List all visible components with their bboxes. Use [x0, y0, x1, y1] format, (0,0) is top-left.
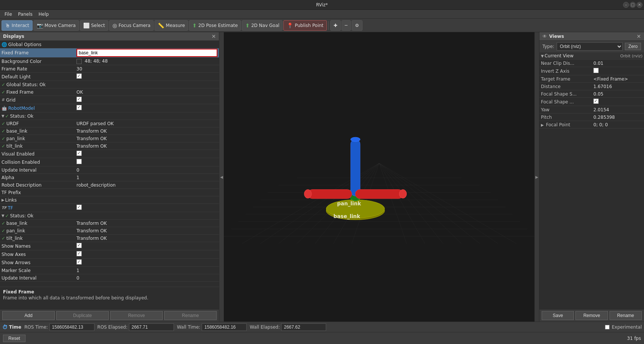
fixed-frame-value-cell[interactable] [75, 48, 219, 57]
show-axes-checkbox[interactable] [76, 251, 82, 256]
remove-view-button[interactable]: Remove [575, 311, 608, 320]
global-options-row[interactable]: 🌐 Global Options [0, 41, 219, 48]
alpha-row[interactable]: Alpha 1 [0, 174, 219, 181]
show-arrows-checkbox[interactable] [76, 259, 82, 265]
move-camera-icon: 📷 [37, 22, 43, 28]
focal-point-row[interactable]: ▶ Focal Point 0; 0; 0 [539, 121, 644, 129]
svg-point-26 [349, 188, 362, 201]
update-interval2-row[interactable]: Update Interval 0 [0, 274, 219, 282]
show-names-checkbox[interactable] [76, 243, 82, 248]
views-close-button[interactable]: ✕ [637, 34, 641, 39]
focal-shape-checkbox[interactable] [593, 99, 599, 104]
reset-button[interactable]: Reset [3, 335, 25, 342]
save-view-button[interactable]: Save [542, 311, 574, 320]
frame-rate-row[interactable]: Frame Rate 30 [0, 65, 219, 73]
robot-status-row[interactable]: ▼ ✓ Status: Ok [0, 112, 219, 120]
experimental-checkbox[interactable] [605, 325, 610, 329]
invert-z-row[interactable]: Invert Z Axis [539, 67, 644, 75]
fixed-frame-input[interactable] [76, 49, 217, 57]
tf-prefix-name: TF Prefix [0, 189, 75, 196]
default-light-checkbox[interactable] [76, 73, 82, 79]
tf-tilt-link-row[interactable]: ✓ tilt_link Transform OK [0, 235, 219, 242]
tf-status-row[interactable]: ▼ ✓ Status: Ok [0, 212, 219, 220]
menu-file[interactable]: File [1, 11, 15, 18]
distance-row[interactable]: Distance 1.67016 [539, 83, 644, 90]
tilt-link-name: ✓ tilt_link [0, 143, 75, 150]
focal-shape-size-row[interactable]: Focal Shape S... 0.05 [539, 90, 644, 98]
marker-scale-row[interactable]: Marker Scale 1 [0, 267, 219, 274]
nav-icon: ⬆ [245, 22, 250, 28]
pan-link-row[interactable]: ✓ pan_link Transform OK [0, 135, 219, 142]
wall-time-input[interactable] [202, 323, 247, 331]
invert-z-checkbox[interactable] [593, 68, 599, 73]
menu-help[interactable]: Help [36, 11, 52, 18]
nav-goal-button[interactable]: ⬆ 2D Nav Goal [242, 20, 283, 31]
near-clip-row[interactable]: Near Clip Dis... 0.01 [539, 60, 644, 67]
interact-button[interactable]: 🖱 Interact [1, 20, 33, 31]
right-collapse-handle[interactable]: ▶ [535, 32, 539, 322]
background-color-name: Background Color [0, 58, 75, 65]
views-type-select[interactable]: Orbit (rviz) [557, 42, 623, 51]
show-arrows-row[interactable]: Show Arrows [0, 259, 219, 267]
settings-btn-toolbar[interactable]: ⚙ [352, 20, 362, 31]
minus-btn-toolbar[interactable]: ─ [341, 20, 351, 31]
fixed-frame-row[interactable]: Fixed Frame [0, 48, 219, 58]
measure-button[interactable]: 📏 Measure [154, 20, 188, 31]
collision-enabled-checkbox[interactable] [76, 159, 82, 164]
robot-model-checkbox[interactable] [76, 105, 82, 110]
visual-enabled-row[interactable]: Visual Enabled [0, 150, 219, 158]
maximize-button[interactable]: □ [630, 2, 636, 8]
collision-enabled-row[interactable]: Collision Enabled [0, 158, 219, 166]
pose-estimate-button[interactable]: ⬆ 2D Pose Estimate [189, 20, 241, 31]
tf-prefix-row[interactable]: TF Prefix [0, 189, 219, 196]
focal-shape-row[interactable]: Focal Shape ... [539, 98, 644, 106]
pitch-row[interactable]: Pitch 0.285398 [539, 114, 644, 121]
show-names-row[interactable]: Show Names [0, 242, 219, 250]
show-axes-row[interactable]: Show Axes [0, 250, 219, 259]
wall-elapsed-input[interactable] [281, 323, 326, 331]
visual-enabled-checkbox[interactable] [76, 151, 82, 156]
grid-checkbox[interactable] [76, 97, 82, 102]
fixed-frame-status-row[interactable]: ✓ Fixed Frame OK [0, 88, 219, 96]
urdf-row[interactable]: ✓ URDF URDF parsed OK [0, 120, 219, 127]
links-row[interactable]: ▶ Links [0, 196, 219, 204]
tf-checkbox[interactable] [76, 205, 82, 210]
zero-button[interactable]: Zero [625, 43, 641, 50]
robot-model-row[interactable]: 🤖 RobotModel [0, 104, 219, 112]
left-collapse-handle[interactable]: ◀ [219, 32, 224, 322]
current-view-header[interactable]: ▼ Current View Orbit (rviz) [539, 52, 644, 60]
publish-point-button[interactable]: 📍 Publish Point [283, 20, 326, 31]
base-link-row[interactable]: ✓ base_link Transform OK [0, 127, 219, 135]
rename-view-button[interactable]: Rename [610, 311, 642, 320]
tilt-link-row[interactable]: ✓ tilt_link Transform OK [0, 142, 219, 150]
tf-pan-link-row[interactable]: ✓ pan_link Transform OK [0, 227, 219, 235]
default-light-row[interactable]: Default Light [0, 73, 219, 81]
default-light-value [75, 73, 219, 81]
viewport-3d[interactable]: pan_link base_link [224, 32, 535, 322]
add-button[interactable]: Add [2, 311, 55, 320]
background-color-row[interactable]: Background Color 48; 48; 48 [0, 58, 219, 65]
yaw-row[interactable]: Yaw 2.0154 [539, 106, 644, 114]
ros-elapsed-input[interactable] [129, 323, 174, 331]
select-button[interactable]: ⬜ Select [80, 20, 108, 31]
target-frame-row[interactable]: Target Frame <Fixed Frame> [539, 75, 644, 83]
rename-button[interactable]: Rename [164, 311, 217, 320]
grid-icon: # [1, 97, 5, 102]
displays-close-button[interactable]: ✕ [211, 34, 216, 39]
focus-camera-button[interactable]: ◎ Focus Camera [109, 20, 154, 31]
displays-tree[interactable]: 🌐 Global Options Fixed Frame Background … [0, 41, 219, 287]
tf-base-link-row[interactable]: ✓ base_link Transform OK [0, 220, 219, 227]
minimize-button[interactable]: – [623, 2, 629, 8]
close-button[interactable]: ✕ [637, 2, 643, 8]
update-interval-row[interactable]: Update Interval 0 [0, 166, 219, 174]
menu-panels[interactable]: Panels [15, 11, 36, 18]
global-status-row[interactable]: ✓ Global Status: Ok [0, 81, 219, 88]
ros-time-input[interactable] [49, 323, 94, 331]
remove-button[interactable]: Remove [110, 311, 163, 320]
move-camera-button[interactable]: 📷 Move Camera [33, 20, 79, 31]
add-btn-toolbar[interactable]: ✚ [330, 20, 341, 31]
grid-row[interactable]: # Grid [0, 96, 219, 104]
robot-desc-row[interactable]: Robot Description robot_description [0, 181, 219, 189]
duplicate-button[interactable]: Duplicate [56, 311, 109, 320]
tf-row[interactable]: TF TF [0, 204, 219, 212]
